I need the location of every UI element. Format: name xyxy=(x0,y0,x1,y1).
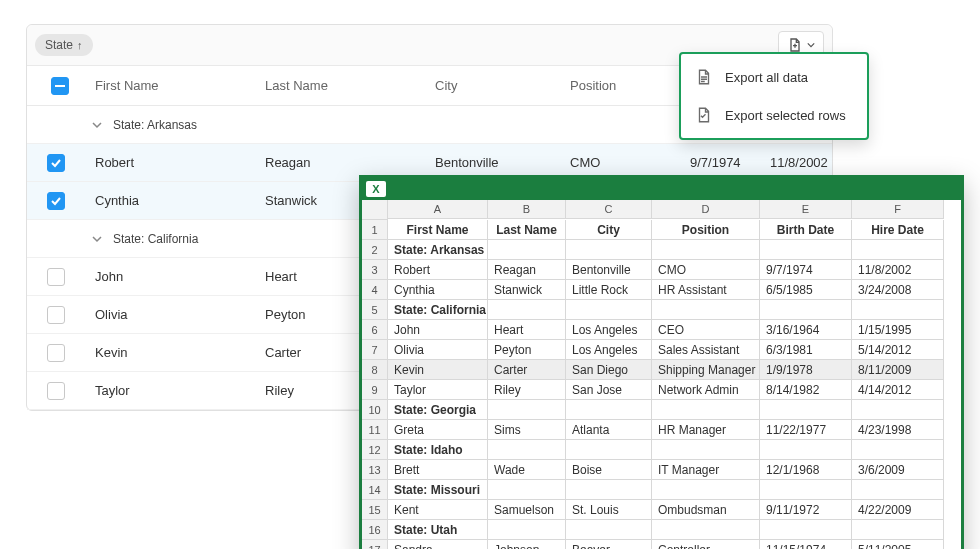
excel-cell[interactable] xyxy=(652,440,760,460)
excel-cell[interactable] xyxy=(488,440,566,460)
excel-cell[interactable]: Sims xyxy=(488,420,566,440)
excel-cell[interactable]: Network Admin xyxy=(652,380,760,400)
col-last-name[interactable]: Last Name xyxy=(261,78,431,93)
excel-cell[interactable]: 3/16/1964 xyxy=(760,320,852,340)
excel-cell[interactable]: St. Louis xyxy=(566,500,652,520)
excel-cell[interactable]: Wade xyxy=(488,460,566,480)
excel-cell[interactable]: 5/11/2005 xyxy=(852,540,944,549)
excel-row-header[interactable]: 6 xyxy=(362,320,388,340)
excel-cell[interactable]: CEO xyxy=(652,320,760,340)
excel-cell[interactable]: Boise xyxy=(566,460,652,480)
excel-row-header[interactable]: 9 xyxy=(362,380,388,400)
excel-cell[interactable]: San Jose xyxy=(566,380,652,400)
excel-cell[interactable] xyxy=(852,440,944,460)
excel-cell[interactable] xyxy=(852,400,944,420)
col-city[interactable]: City xyxy=(431,78,566,93)
excel-cell[interactable]: State: Idaho xyxy=(388,440,488,460)
excel-cell[interactable] xyxy=(760,400,852,420)
excel-cell[interactable]: 9/7/1974 xyxy=(760,260,852,280)
excel-cell[interactable]: Samuelson xyxy=(488,500,566,520)
excel-cell[interactable] xyxy=(652,480,760,500)
excel-cell[interactable]: 6/5/1985 xyxy=(760,280,852,300)
excel-cell[interactable]: 6/3/1981 xyxy=(760,340,852,360)
excel-cell[interactable]: Stanwick xyxy=(488,280,566,300)
excel-col-header[interactable]: C xyxy=(566,200,652,219)
excel-cell[interactable]: Atlanta xyxy=(566,420,652,440)
excel-cell[interactable]: Los Angeles xyxy=(566,340,652,360)
excel-cell[interactable] xyxy=(488,520,566,540)
excel-cell[interactable]: Cynthia xyxy=(388,280,488,300)
row-checkbox[interactable] xyxy=(47,382,65,400)
excel-row-header[interactable]: 10 xyxy=(362,400,388,420)
excel-cell[interactable] xyxy=(852,520,944,540)
excel-cell[interactable]: Los Angeles xyxy=(566,320,652,340)
excel-col-header[interactable]: F xyxy=(852,200,944,219)
excel-cell[interactable]: Ombudsman xyxy=(652,500,760,520)
excel-cell[interactable]: State: Arkansas xyxy=(388,240,488,260)
excel-cell[interactable]: Olivia xyxy=(388,340,488,360)
excel-row-header[interactable]: 7 xyxy=(362,340,388,360)
excel-cell[interactable]: Beaver xyxy=(566,540,652,549)
excel-cell[interactable] xyxy=(566,400,652,420)
excel-row-header[interactable]: 3 xyxy=(362,260,388,280)
excel-cell[interactable] xyxy=(488,400,566,420)
excel-cell[interactable]: Bentonville xyxy=(566,260,652,280)
excel-cell[interactable] xyxy=(760,520,852,540)
row-checkbox[interactable] xyxy=(47,154,65,172)
excel-cell[interactable]: Taylor xyxy=(388,380,488,400)
excel-cell[interactable]: 11/15/1974 xyxy=(760,540,852,549)
excel-cell[interactable]: 11/22/1977 xyxy=(760,420,852,440)
excel-cell[interactable]: IT Manager xyxy=(652,460,760,480)
excel-cell[interactable]: 4/23/1998 xyxy=(852,420,944,440)
excel-cell[interactable]: 8/14/1982 xyxy=(760,380,852,400)
col-first-name[interactable]: First Name xyxy=(91,78,261,93)
group-chip-state[interactable]: State ↑ xyxy=(35,34,93,56)
excel-cell[interactable]: Heart xyxy=(488,320,566,340)
excel-cell[interactable]: San Diego xyxy=(566,360,652,380)
excel-cell[interactable]: Kevin xyxy=(388,360,488,380)
excel-cell[interactable]: 11/8/2002 xyxy=(852,260,944,280)
excel-cell[interactable] xyxy=(566,300,652,320)
excel-corner[interactable] xyxy=(362,200,388,220)
excel-col-header[interactable]: A xyxy=(388,200,488,219)
excel-cell[interactable]: Brett xyxy=(388,460,488,480)
excel-cell[interactable]: 4/22/2009 xyxy=(852,500,944,520)
excel-cell[interactable]: State: Missouri xyxy=(388,480,488,500)
excel-row-header[interactable]: 1 xyxy=(362,220,388,240)
excel-cell[interactable]: CMO xyxy=(652,260,760,280)
excel-cell[interactable]: 9/11/1972 xyxy=(760,500,852,520)
excel-cell[interactable]: Controller xyxy=(652,540,760,549)
excel-cell[interactable]: Sales Assistant xyxy=(652,340,760,360)
row-checkbox[interactable] xyxy=(47,344,65,362)
select-all-checkbox[interactable] xyxy=(51,77,69,95)
excel-cell[interactable] xyxy=(652,520,760,540)
excel-cell[interactable]: 8/11/2009 xyxy=(852,360,944,380)
excel-col-header[interactable]: D xyxy=(652,200,760,219)
excel-cell[interactable] xyxy=(652,400,760,420)
excel-cell[interactable]: Greta xyxy=(388,420,488,440)
excel-cell[interactable] xyxy=(566,520,652,540)
excel-cell[interactable]: Reagan xyxy=(488,260,566,280)
excel-cell[interactable] xyxy=(566,240,652,260)
excel-cell[interactable] xyxy=(852,240,944,260)
excel-row-header[interactable]: 14 xyxy=(362,480,388,500)
excel-col-header[interactable]: E xyxy=(760,200,852,219)
excel-cell[interactable]: Peyton xyxy=(488,340,566,360)
excel-cell[interactable] xyxy=(488,240,566,260)
excel-row-header[interactable]: 5 xyxy=(362,300,388,320)
excel-cell[interactable] xyxy=(652,240,760,260)
excel-row-header[interactable]: 12 xyxy=(362,440,388,460)
excel-cell[interactable]: Sandra xyxy=(388,540,488,549)
excel-cell[interactable]: 1/15/1995 xyxy=(852,320,944,340)
excel-cell[interactable]: HR Manager xyxy=(652,420,760,440)
excel-cell[interactable] xyxy=(488,480,566,500)
row-checkbox[interactable] xyxy=(47,192,65,210)
excel-row-header[interactable]: 16 xyxy=(362,520,388,540)
col-position[interactable]: Position xyxy=(566,78,686,93)
excel-cell[interactable] xyxy=(566,480,652,500)
excel-cell[interactable] xyxy=(652,300,760,320)
excel-cell[interactable]: 3/24/2008 xyxy=(852,280,944,300)
excel-cell[interactable]: State: Georgia xyxy=(388,400,488,420)
excel-row-header[interactable]: 4 xyxy=(362,280,388,300)
excel-cell[interactable]: Shipping Manager xyxy=(652,360,760,380)
